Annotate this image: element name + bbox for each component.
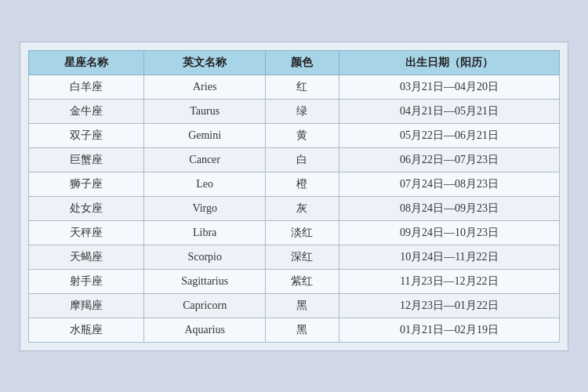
table-header-row: 星座名称 英文名称 颜色 出生日期（阳历） xyxy=(29,50,560,74)
main-container: 星座名称 英文名称 颜色 出生日期（阳历） 白羊座Aries红03月21日—04… xyxy=(20,42,568,351)
table-cell: 03月21日—04月20日 xyxy=(339,74,559,99)
table-row: 双子座Gemini黄05月22日—06月21日 xyxy=(29,123,560,147)
col-header-english: 英文名称 xyxy=(144,50,266,74)
zodiac-table: 星座名称 英文名称 颜色 出生日期（阳历） 白羊座Aries红03月21日—04… xyxy=(28,50,560,343)
table-cell: Aquarius xyxy=(144,318,266,342)
table-cell: 深红 xyxy=(266,245,339,269)
table-row: 白羊座Aries红03月21日—04月20日 xyxy=(29,74,560,99)
table-cell: 天秤座 xyxy=(29,220,144,245)
table-cell: 紫红 xyxy=(266,269,339,293)
table-cell: 白羊座 xyxy=(29,74,144,99)
table-cell: 01月21日—02月19日 xyxy=(339,318,559,342)
table-cell: 09月24日—10月23日 xyxy=(339,220,559,245)
table-cell: 狮子座 xyxy=(29,172,144,196)
table-cell: 水瓶座 xyxy=(29,318,144,342)
table-cell: 天蝎座 xyxy=(29,245,144,269)
table-row: 摩羯座Capricorn黑12月23日—01月22日 xyxy=(29,293,560,318)
table-cell: Virgo xyxy=(144,196,266,220)
table-cell: Capricorn xyxy=(144,293,266,318)
table-cell: 05月22日—06月21日 xyxy=(339,123,559,147)
table-cell: 07月24日—08月23日 xyxy=(339,172,559,196)
table-cell: 黑 xyxy=(266,318,339,342)
table-cell: Libra xyxy=(144,220,266,245)
table-cell: 08月24日—09月23日 xyxy=(339,196,559,220)
table-cell: 双子座 xyxy=(29,123,144,147)
table-cell: Gemini xyxy=(144,123,266,147)
table-cell: 黑 xyxy=(266,293,339,318)
table-row: 水瓶座Aquarius黑01月21日—02月19日 xyxy=(29,318,560,342)
col-header-date: 出生日期（阳历） xyxy=(339,50,559,74)
table-cell: 巨蟹座 xyxy=(29,147,144,172)
col-header-color: 颜色 xyxy=(266,50,339,74)
table-cell: 灰 xyxy=(266,196,339,220)
table-row: 天蝎座Scorpio深红10月24日—11月22日 xyxy=(29,245,560,269)
table-cell: Aries xyxy=(144,74,266,99)
table-cell: 橙 xyxy=(266,172,339,196)
table-cell: 摩羯座 xyxy=(29,293,144,318)
table-row: 射手座Sagittarius紫红11月23日—12月22日 xyxy=(29,269,560,293)
table-cell: Leo xyxy=(144,172,266,196)
table-cell: 11月23日—12月22日 xyxy=(339,269,559,293)
table-cell: 04月21日—05月21日 xyxy=(339,99,559,123)
table-row: 巨蟹座Cancer白06月22日—07月23日 xyxy=(29,147,560,172)
table-cell: 绿 xyxy=(266,99,339,123)
table-cell: Scorpio xyxy=(144,245,266,269)
table-row: 金牛座Taurus绿04月21日—05月21日 xyxy=(29,99,560,123)
table-cell: 淡红 xyxy=(266,220,339,245)
table-cell: 06月22日—07月23日 xyxy=(339,147,559,172)
table-cell: 10月24日—11月22日 xyxy=(339,245,559,269)
table-cell: Taurus xyxy=(144,99,266,123)
table-row: 狮子座Leo橙07月24日—08月23日 xyxy=(29,172,560,196)
table-cell: Cancer xyxy=(144,147,266,172)
table-cell: 处女座 xyxy=(29,196,144,220)
table-cell: 射手座 xyxy=(29,269,144,293)
table-cell: 12月23日—01月22日 xyxy=(339,293,559,318)
table-row: 处女座Virgo灰08月24日—09月23日 xyxy=(29,196,560,220)
table-cell: 白 xyxy=(266,147,339,172)
table-cell: 金牛座 xyxy=(29,99,144,123)
table-cell: 黄 xyxy=(266,123,339,147)
table-cell: Sagittarius xyxy=(144,269,266,293)
table-cell: 红 xyxy=(266,74,339,99)
col-header-chinese: 星座名称 xyxy=(29,50,144,74)
table-row: 天秤座Libra淡红09月24日—10月23日 xyxy=(29,220,560,245)
